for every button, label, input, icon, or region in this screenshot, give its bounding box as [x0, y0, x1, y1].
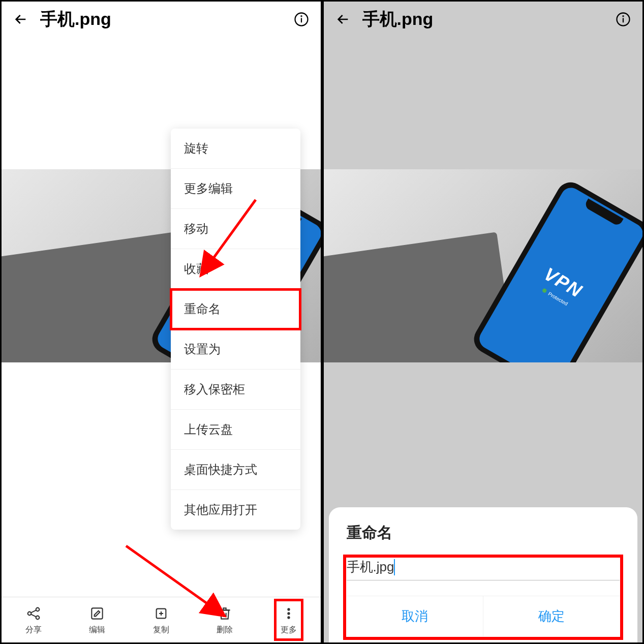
copy-label: 复制 [153, 625, 169, 635]
menu-open-with[interactable]: 其他应用打开 [171, 490, 300, 530]
page-title: 手机.png [362, 8, 434, 31]
dialog-actions: 取消 确定 [347, 596, 620, 636]
confirm-button[interactable]: 确定 [483, 596, 620, 636]
menu-move[interactable]: 移动 [171, 209, 300, 249]
page-title: 手机.png [40, 8, 111, 31]
menu-rotate[interactable]: 旋转 [171, 129, 300, 169]
share-button[interactable]: 分享 [21, 601, 46, 638]
delete-label: 删除 [217, 625, 233, 635]
dialog-title: 重命名 [347, 523, 620, 543]
svg-line-9 [30, 614, 36, 617]
trash-icon [216, 604, 234, 623]
menu-cloud[interactable]: 上传云盘 [171, 410, 300, 450]
info-button[interactable] [614, 10, 632, 28]
more-button[interactable]: 更多 [277, 601, 301, 638]
cancel-button[interactable]: 取消 [347, 596, 483, 636]
menu-shortcut[interactable]: 桌面快捷方式 [171, 450, 300, 490]
svg-point-16 [287, 608, 290, 610]
edit-icon [88, 604, 106, 623]
vpn-text: VPN [540, 263, 586, 301]
svg-point-17 [287, 612, 290, 615]
edit-label: 编辑 [89, 625, 105, 635]
bottom-toolbar: 分享 编辑 复制 删除 [2, 597, 321, 642]
photo-preview[interactable]: VPN Protected [324, 169, 643, 362]
rename-input-row[interactable]: 手机.jpg [347, 558, 620, 580]
dialog-highlight-box: 手机.jpg 取消 确定 [345, 556, 622, 638]
back-button[interactable] [12, 10, 30, 28]
info-button[interactable] [292, 10, 311, 28]
more-label: 更多 [281, 625, 297, 635]
back-button[interactable] [334, 10, 352, 28]
rename-dialog: 重命名 手机.jpg 取消 确定 [329, 507, 638, 642]
menu-safe[interactable]: 移入保密柜 [171, 370, 300, 410]
menu-rename[interactable]: 重命名 [171, 289, 300, 329]
svg-point-18 [287, 616, 290, 619]
copy-button[interactable]: 复制 [149, 601, 173, 638]
edit-button[interactable]: 编辑 [85, 601, 109, 638]
left-screenshot: 手机.png VPN Protected 旋转 更多编辑 移动 收藏 重命名 设… [2, 2, 321, 642]
delete-button[interactable]: 删除 [212, 601, 237, 638]
share-label: 分享 [25, 625, 42, 635]
right-screenshot: 手机.png VPN Protected 重命名 手机.jpg [324, 2, 643, 642]
more-menu: 旋转 更多编辑 移动 收藏 重命名 设置为 移入保密柜 上传云盘 桌面快捷方式 … [171, 129, 300, 530]
svg-point-2 [301, 16, 301, 16]
menu-more-edit[interactable]: 更多编辑 [171, 169, 300, 209]
share-icon [24, 604, 43, 623]
header-right: 手机.png [324, 2, 643, 37]
svg-rect-10 [92, 608, 103, 619]
svg-line-8 [30, 610, 36, 612]
copy-icon [152, 604, 170, 623]
menu-set-as[interactable]: 设置为 [171, 329, 300, 370]
menu-favorite[interactable]: 收藏 [171, 249, 300, 289]
svg-point-21 [623, 16, 623, 16]
rename-input[interactable]: 手机.jpg [347, 558, 394, 576]
text-cursor [394, 559, 395, 575]
header-left: 手机.png [2, 2, 321, 37]
more-icon [280, 604, 298, 623]
